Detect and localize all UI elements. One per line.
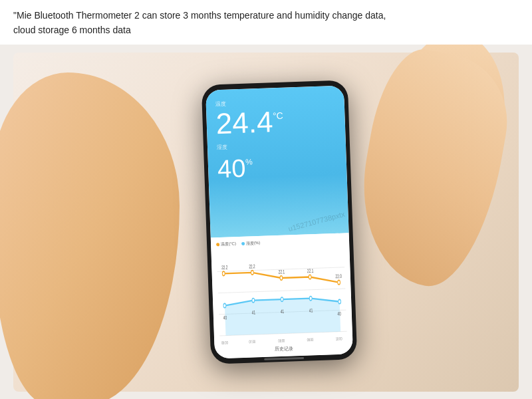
svg-text:41: 41 xyxy=(281,309,285,315)
svg-text:22.2: 22.2 xyxy=(249,263,255,269)
humid-value: 40 xyxy=(217,156,246,182)
svg-point-8 xyxy=(309,297,312,301)
svg-text:40: 40 xyxy=(223,315,227,321)
svg-text:22.1: 22.1 xyxy=(279,269,285,275)
svg-text:10:00: 10:00 xyxy=(336,336,342,342)
svg-point-12 xyxy=(280,276,283,281)
screen-top-section: 温度 24.4°C 湿度 40% xyxy=(205,86,349,238)
temp-value: 24.4 xyxy=(215,108,273,139)
description-text: "Mie Bluetooth Thermometer 2 can store 3… xyxy=(13,10,386,21)
svg-text:22.2: 22.2 xyxy=(221,265,228,271)
image-container: 温度 24.4°C 湿度 40% 温度(°C) xyxy=(0,45,532,399)
svg-text:41: 41 xyxy=(251,310,255,316)
svg-text:22.0: 22.0 xyxy=(335,273,342,279)
temperature-display: 24.4°C xyxy=(215,105,336,138)
svg-point-6 xyxy=(252,299,255,303)
svg-point-14 xyxy=(338,281,340,285)
svg-line-2 xyxy=(218,289,346,293)
description-text-2: cloud storage 6 months data xyxy=(13,25,131,35)
top-text-section: "Mie Bluetooth Thermometer 2 can store 3… xyxy=(0,0,532,45)
legend-humid: 湿度(%) xyxy=(241,240,261,247)
phone-home-indicator xyxy=(264,357,304,360)
svg-point-5 xyxy=(223,304,226,309)
legend-temp: 温度(°C) xyxy=(216,241,236,248)
svg-point-7 xyxy=(281,297,283,302)
temp-unit: °C xyxy=(273,111,283,121)
svg-marker-4 xyxy=(225,298,340,336)
svg-text:40: 40 xyxy=(337,311,341,317)
screen-bottom-section: 温度(°C) 湿度(%) xyxy=(211,233,353,359)
chart-area: 22.2 22.2 22.1 22.1 22.0 40 41 41 41 40 xyxy=(216,246,347,346)
svg-text:41: 41 xyxy=(309,308,313,314)
legend-humid-label: 湿度(%) xyxy=(246,240,261,247)
chart-svg: 22.2 22.2 22.1 22.1 22.0 40 41 41 41 40 xyxy=(216,246,347,346)
scene: 温度 24.4°C 湿度 40% 温度(°C) xyxy=(13,53,519,392)
humidity-display: 40% xyxy=(217,152,337,182)
humid-label: 湿度 xyxy=(217,140,336,151)
svg-point-13 xyxy=(309,275,311,280)
svg-text:22.1: 22.1 xyxy=(307,268,314,274)
svg-text:06:00: 06:00 xyxy=(221,340,228,346)
legend-dot-humid xyxy=(241,242,245,245)
legend-temp-label: 温度(°C) xyxy=(221,241,236,248)
svg-point-10 xyxy=(222,272,225,277)
phone-device: 温度 24.4°C 湿度 40% 温度(°C) xyxy=(201,80,358,364)
svg-text:07:00: 07:00 xyxy=(249,339,255,344)
svg-text:09:00: 09:00 xyxy=(307,337,314,342)
humid-unit: % xyxy=(245,158,253,166)
svg-text:08:00: 08:00 xyxy=(278,338,285,344)
svg-point-11 xyxy=(251,271,253,275)
phone-screen: 温度 24.4°C 湿度 40% 温度(°C) xyxy=(205,86,353,359)
svg-point-9 xyxy=(338,300,341,305)
legend-dot-temp xyxy=(216,243,219,247)
